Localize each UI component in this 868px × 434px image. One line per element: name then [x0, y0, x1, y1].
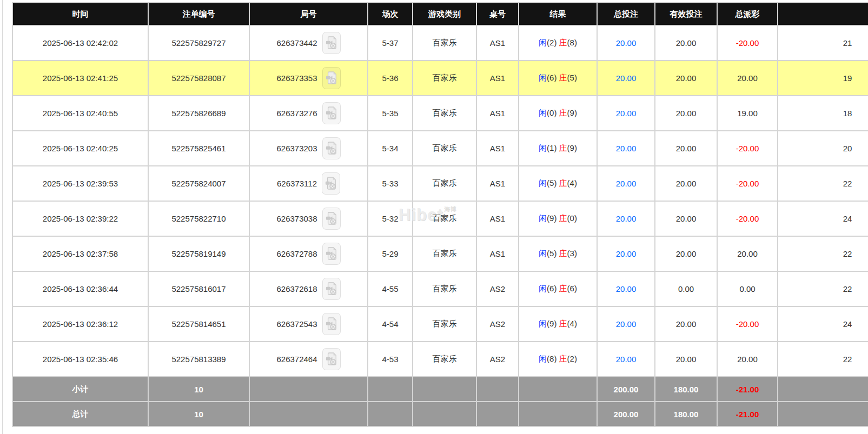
header-cell-game: 游戏类别: [413, 3, 476, 25]
total-bet-link[interactable]: 20.00: [616, 214, 637, 223]
cell-payout: 19.00: [717, 96, 778, 131]
video-replay-button[interactable]: [322, 32, 341, 54]
total-bet-link[interactable]: 20.00: [616, 144, 637, 153]
cell-balance: 20: [778, 131, 868, 166]
total-bet-link[interactable]: 20.00: [616, 109, 637, 118]
table-row[interactable]: 2025-06-13 02:40:55522575826689626373276…: [12, 96, 868, 131]
bet-id-value: 522575829727: [171, 38, 226, 48]
game-type-value: 百家乐: [433, 108, 457, 117]
total-bet-link[interactable]: 20.00: [616, 284, 637, 293]
result-player-label: 闲: [539, 319, 547, 328]
table-row[interactable]: 2025-06-13 02:39:22522575822710626373038…: [12, 201, 868, 236]
payout-value: -20.00: [736, 179, 759, 188]
valid-bet-value: 20.00: [676, 214, 697, 223]
cell-valid-bet: 20.00: [655, 166, 717, 201]
cell-round-id: 626372618: [249, 271, 368, 306]
cell-bet-id: 522575814651: [148, 306, 249, 342]
table-row[interactable]: 2025-06-13 02:35:46522575813389626372464…: [12, 342, 868, 377]
session-value: 5-35: [382, 109, 398, 118]
video-replay-button[interactable]: [322, 137, 341, 159]
footer-valid-bet-value: 180.00: [674, 410, 699, 419]
result-banker-label: 庄: [559, 354, 567, 363]
result-player-label: 闲: [539, 73, 547, 82]
payout-value: 19.00: [737, 109, 758, 118]
result-gap: [556, 143, 559, 152]
cell-session: 4-53: [368, 342, 413, 377]
cell-valid-bet: 20.00: [655, 201, 717, 236]
game-type-value: 百家乐: [433, 73, 457, 82]
result-banker-label: 庄: [559, 108, 567, 117]
video-replay-button[interactable]: [322, 208, 341, 230]
cell-time: 2025-06-13 02:39:53: [12, 166, 148, 201]
cell-session: 5-35: [368, 96, 413, 131]
video-replay-button[interactable]: [322, 348, 341, 370]
table-row[interactable]: 2025-06-13 02:40:25522575825461626373203…: [12, 131, 868, 166]
total-bet-link[interactable]: 20.00: [616, 74, 637, 83]
cell-table-no: AS2: [476, 271, 519, 306]
video-replay-button[interactable]: [322, 172, 340, 195]
video-replay-button[interactable]: [322, 313, 341, 335]
result-banker-score: (2): [567, 354, 577, 363]
cell-payout: 20.00: [717, 61, 778, 96]
total-bet-link[interactable]: 20.00: [616, 38, 637, 48]
cell-balance: 24: [778, 201, 868, 236]
cell-table-no: AS1: [476, 166, 519, 201]
valid-bet-value: 20.00: [676, 144, 697, 153]
table-row[interactable]: 2025-06-13 02:42:02522575829727626373442…: [12, 25, 868, 61]
result-banker-label: 庄: [559, 213, 567, 223]
footer-empty-cell: [476, 402, 519, 426]
footer-empty-cell: [368, 402, 413, 426]
bet-id-value: 522575816017: [171, 284, 226, 293]
time-value: 2025-06-13 02:37:58: [43, 249, 118, 258]
footer-count: 10: [148, 402, 249, 426]
cell-session: 5-29: [368, 236, 413, 271]
cell-total-bet: 20.00: [597, 166, 655, 201]
game-type-value: 百家乐: [433, 178, 457, 188]
game-type-value: 百家乐: [433, 284, 457, 293]
table-row[interactable]: 2025-06-13 02:37:58522575819149626372788…: [12, 236, 868, 271]
cell-balance: 22: [778, 342, 868, 377]
table-row[interactable]: 2025-06-13 02:36:12522575814651626372543…: [12, 306, 868, 342]
video-replay-button[interactable]: [322, 67, 341, 89]
cell-time: 2025-06-13 02:41:25: [12, 61, 148, 96]
bet-id-value: 522575824007: [171, 179, 226, 188]
session-value: 5-34: [382, 144, 398, 153]
result-gap: [556, 249, 559, 258]
result-player-score: (8): [547, 354, 556, 363]
video-replay-button[interactable]: [322, 102, 341, 124]
video-replay-icon: [326, 71, 337, 85]
result-banker-score: (6): [567, 284, 577, 293]
table-row[interactable]: 2025-06-13 02:41:25522575828087626373353…: [12, 61, 868, 96]
table-row[interactable]: 2025-06-13 02:39:53522575824007626373112…: [12, 166, 868, 201]
video-replay-icon: [326, 141, 337, 155]
balance-value: 20: [843, 144, 852, 153]
cell-game-type: 百家乐: [413, 61, 476, 96]
footer-label-value: 总计: [72, 409, 89, 418]
video-replay-button[interactable]: [322, 278, 341, 300]
cell-round-id: 626372543: [249, 306, 368, 342]
header-row: 时间注单编号局号场次游戏类别桌号结果总投注有效投注总派彩: [12, 3, 868, 25]
subtotal-row: 小计10200.00180.00-21.00: [12, 377, 868, 402]
total-bet-link[interactable]: 20.00: [616, 355, 637, 364]
round-id-value: 626373203: [276, 144, 317, 153]
cell-payout: -20.00: [717, 166, 778, 201]
table-no-value: AS1: [490, 109, 505, 118]
table-row[interactable]: 2025-06-13 02:36:44522575816017626372618…: [12, 271, 868, 306]
cell-session: 4-55: [368, 271, 413, 306]
result-player-score: (2): [547, 38, 556, 47]
result-banker-label: 庄: [559, 38, 567, 47]
records-panel: 时间注单编号局号场次游戏类别桌号结果总投注有效投注总派彩 2025-06-13 …: [2, 0, 868, 434]
total-bet-link[interactable]: 20.00: [616, 179, 637, 188]
total-bet-link[interactable]: 20.00: [616, 319, 637, 329]
video-replay-icon: [326, 36, 337, 50]
round-id-value: 626372618: [276, 284, 317, 293]
cell-round-id: 626373442: [249, 25, 368, 61]
video-replay-button[interactable]: [322, 243, 341, 265]
balance-value: 24: [843, 319, 852, 329]
cell-bet-id: 522575816017: [148, 271, 249, 306]
result-banker-score: (4): [567, 178, 577, 188]
total-bet-link[interactable]: 20.00: [616, 249, 637, 258]
footer-empty-cell: [476, 377, 519, 402]
valid-bet-value: 20.00: [676, 38, 697, 48]
cell-table-no: AS1: [476, 61, 519, 96]
